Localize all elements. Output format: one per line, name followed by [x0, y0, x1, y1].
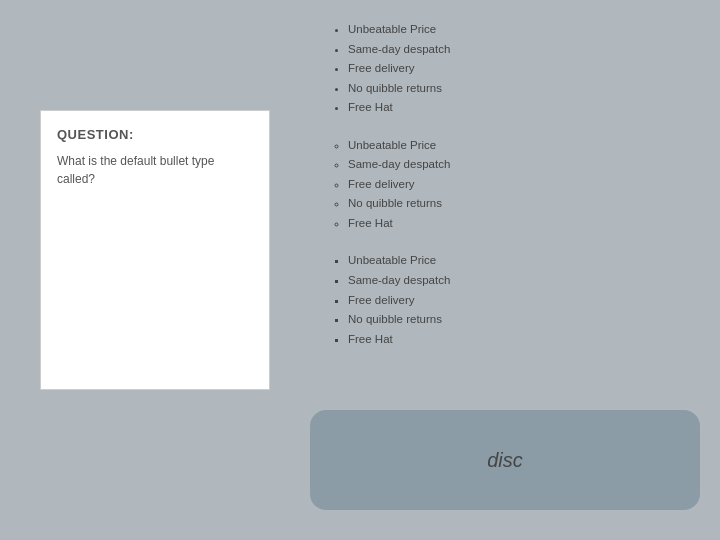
- list-item: Free delivery: [348, 291, 700, 311]
- square-list-items: Unbeatable Price Same-day despatch Free …: [330, 251, 700, 349]
- question-card: QUESTION: What is the default bullet typ…: [40, 110, 270, 390]
- list-item: Same-day despatch: [348, 40, 700, 60]
- disc-list: Unbeatable Price Same-day despatch Free …: [330, 20, 700, 118]
- answer-label: disc: [487, 449, 523, 472]
- answer-button[interactable]: disc: [310, 410, 700, 510]
- list-item: Free Hat: [348, 214, 700, 234]
- list-item: Same-day despatch: [348, 271, 700, 291]
- question-text: What is the default bullet type called?: [57, 152, 253, 188]
- list-item: Unbeatable Price: [348, 136, 700, 156]
- list-item: Free delivery: [348, 59, 700, 79]
- question-title: QUESTION:: [57, 127, 253, 142]
- list-item: Free delivery: [348, 175, 700, 195]
- list-item: Unbeatable Price: [348, 20, 700, 40]
- list-item: No quibble returns: [348, 79, 700, 99]
- circle-list-items: Unbeatable Price Same-day despatch Free …: [330, 136, 700, 234]
- list-item: Unbeatable Price: [348, 251, 700, 271]
- list-item: Same-day despatch: [348, 155, 700, 175]
- circle-list: Unbeatable Price Same-day despatch Free …: [330, 136, 700, 234]
- list-item: Free Hat: [348, 330, 700, 350]
- square-list: Unbeatable Price Same-day despatch Free …: [330, 251, 700, 349]
- list-item: No quibble returns: [348, 194, 700, 214]
- lists-area: Unbeatable Price Same-day despatch Free …: [330, 20, 700, 367]
- disc-list-items: Unbeatable Price Same-day despatch Free …: [330, 20, 700, 118]
- main-container: QUESTION: What is the default bullet typ…: [0, 0, 720, 540]
- list-item: No quibble returns: [348, 310, 700, 330]
- list-item: Free Hat: [348, 98, 700, 118]
